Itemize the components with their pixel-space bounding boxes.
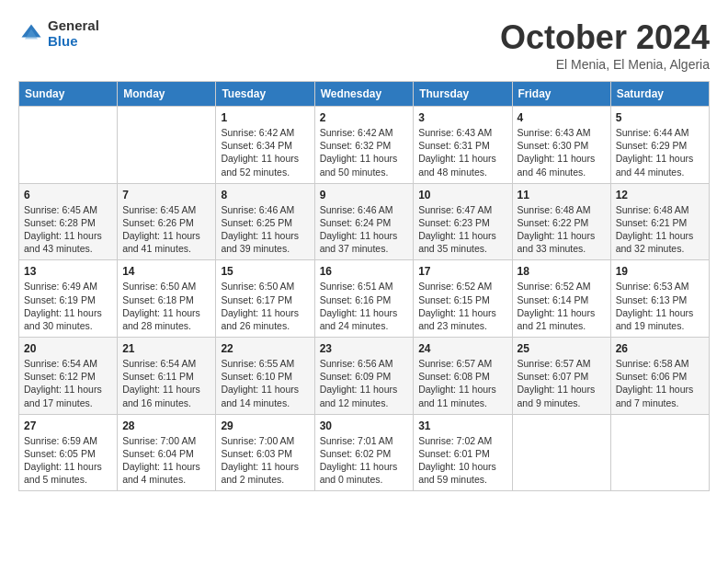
day-info: Sunrise: 6:50 AMSunset: 6:17 PMDaylight:… — [221, 280, 309, 332]
day-number: 11 — [518, 189, 606, 201]
day-info: Sunrise: 6:57 AMSunset: 6:07 PMDaylight:… — [518, 357, 606, 409]
calendar-cell: 2Sunrise: 6:42 AMSunset: 6:32 PMDaylight… — [314, 107, 414, 184]
calendar-cell: 22Sunrise: 6:55 AMSunset: 6:10 PMDayligh… — [216, 338, 314, 415]
weekday-header: Friday — [512, 82, 610, 107]
calendar-cell: 28Sunrise: 7:00 AMSunset: 6:04 PMDayligh… — [118, 414, 216, 491]
calendar-cell: 4Sunrise: 6:43 AMSunset: 6:30 PMDaylight… — [512, 107, 610, 184]
day-info: Sunrise: 6:48 AMSunset: 6:21 PMDaylight:… — [616, 203, 704, 256]
calendar-cell: 6Sunrise: 6:45 AMSunset: 6:28 PMDaylight… — [19, 183, 118, 260]
calendar-cell: 27Sunrise: 6:59 AMSunset: 6:05 PMDayligh… — [19, 414, 118, 491]
day-number: 21 — [122, 342, 210, 355]
day-info: Sunrise: 6:46 AMSunset: 6:25 PMDaylight:… — [221, 203, 309, 256]
day-number: 13 — [24, 265, 112, 278]
calendar-cell: 8Sunrise: 6:46 AMSunset: 6:25 PMDaylight… — [216, 183, 314, 260]
logo-text: General Blue — [48, 18, 99, 49]
calendar-week-row: 20Sunrise: 6:54 AMSunset: 6:12 PMDayligh… — [19, 338, 710, 415]
calendar-cell: 19Sunrise: 6:53 AMSunset: 6:13 PMDayligh… — [610, 260, 709, 338]
logo-icon — [18, 21, 44, 47]
day-number: 1 — [221, 111, 309, 124]
day-info: Sunrise: 6:43 AMSunset: 6:31 PMDaylight:… — [418, 126, 506, 178]
day-number: 17 — [418, 265, 506, 278]
day-info: Sunrise: 7:00 AMSunset: 6:03 PMDaylight:… — [221, 434, 309, 487]
calendar-cell — [118, 107, 216, 184]
calendar-week-row: 27Sunrise: 6:59 AMSunset: 6:05 PMDayligh… — [19, 414, 710, 491]
day-info: Sunrise: 6:42 AMSunset: 6:34 PMDaylight:… — [221, 126, 309, 178]
page-header: General Blue October 2024 El Menia, El M… — [18, 18, 710, 72]
calendar-cell: 13Sunrise: 6:49 AMSunset: 6:19 PMDayligh… — [19, 260, 118, 338]
calendar-cell: 23Sunrise: 6:56 AMSunset: 6:09 PMDayligh… — [314, 338, 414, 415]
day-info: Sunrise: 6:45 AMSunset: 6:26 PMDaylight:… — [122, 203, 210, 256]
day-info: Sunrise: 6:53 AMSunset: 6:13 PMDaylight:… — [616, 280, 704, 332]
weekday-header: Saturday — [610, 82, 709, 107]
calendar-cell: 16Sunrise: 6:51 AMSunset: 6:16 PMDayligh… — [314, 260, 414, 338]
day-number: 28 — [122, 419, 210, 432]
day-info: Sunrise: 6:48 AMSunset: 6:22 PMDaylight:… — [518, 203, 606, 256]
day-info: Sunrise: 6:47 AMSunset: 6:23 PMDaylight:… — [418, 203, 506, 256]
calendar-cell: 3Sunrise: 6:43 AMSunset: 6:31 PMDaylight… — [414, 107, 512, 184]
day-number: 19 — [616, 265, 704, 278]
day-info: Sunrise: 6:51 AMSunset: 6:16 PMDaylight:… — [320, 280, 409, 332]
calendar-cell: 25Sunrise: 6:57 AMSunset: 6:07 PMDayligh… — [512, 338, 610, 415]
calendar-cell: 11Sunrise: 6:48 AMSunset: 6:22 PMDayligh… — [512, 183, 610, 260]
logo: General Blue — [18, 18, 99, 49]
day-number: 5 — [616, 111, 704, 124]
calendar-table: SundayMondayTuesdayWednesdayThursdayFrid… — [18, 81, 710, 491]
day-info: Sunrise: 6:59 AMSunset: 6:05 PMDaylight:… — [24, 434, 112, 487]
day-number: 4 — [518, 111, 606, 124]
calendar-cell: 12Sunrise: 6:48 AMSunset: 6:21 PMDayligh… — [610, 183, 709, 260]
day-info: Sunrise: 6:49 AMSunset: 6:19 PMDaylight:… — [24, 280, 112, 332]
weekday-header: Monday — [118, 82, 216, 107]
calendar-cell: 20Sunrise: 6:54 AMSunset: 6:12 PMDayligh… — [19, 338, 118, 415]
calendar-cell: 18Sunrise: 6:52 AMSunset: 6:14 PMDayligh… — [512, 260, 610, 338]
weekday-header: Thursday — [414, 82, 512, 107]
day-number: 6 — [24, 189, 112, 201]
calendar-cell: 15Sunrise: 6:50 AMSunset: 6:17 PMDayligh… — [216, 260, 314, 338]
calendar-cell: 29Sunrise: 7:00 AMSunset: 6:03 PMDayligh… — [216, 414, 314, 491]
day-number: 3 — [418, 111, 506, 124]
location-label: El Menia, El Menia, Algeria — [500, 57, 710, 72]
title-block: October 2024 El Menia, El Menia, Algeria — [500, 18, 710, 72]
calendar-week-row: 6Sunrise: 6:45 AMSunset: 6:28 PMDaylight… — [19, 183, 710, 260]
calendar-cell: 17Sunrise: 6:52 AMSunset: 6:15 PMDayligh… — [414, 260, 512, 338]
calendar-cell: 7Sunrise: 6:45 AMSunset: 6:26 PMDaylight… — [118, 183, 216, 260]
day-number: 10 — [418, 189, 506, 201]
day-info: Sunrise: 6:55 AMSunset: 6:10 PMDaylight:… — [221, 357, 309, 409]
day-number: 30 — [320, 419, 409, 432]
weekday-header: Wednesday — [314, 82, 414, 107]
day-info: Sunrise: 6:54 AMSunset: 6:12 PMDaylight:… — [24, 357, 112, 409]
calendar-cell: 30Sunrise: 7:01 AMSunset: 6:02 PMDayligh… — [314, 414, 414, 491]
day-info: Sunrise: 7:00 AMSunset: 6:04 PMDaylight:… — [122, 434, 210, 487]
calendar-cell — [512, 414, 610, 491]
logo-blue-label: Blue — [48, 34, 99, 50]
day-number: 7 — [122, 189, 210, 201]
day-info: Sunrise: 7:02 AMSunset: 6:01 PMDaylight:… — [418, 434, 506, 487]
calendar-cell: 31Sunrise: 7:02 AMSunset: 6:01 PMDayligh… — [414, 414, 512, 491]
month-title: October 2024 — [500, 18, 710, 57]
day-number: 8 — [221, 189, 309, 201]
calendar-cell: 9Sunrise: 6:46 AMSunset: 6:24 PMDaylight… — [314, 183, 414, 260]
day-number: 27 — [24, 419, 112, 432]
day-info: Sunrise: 6:57 AMSunset: 6:08 PMDaylight:… — [418, 357, 506, 409]
calendar-cell: 24Sunrise: 6:57 AMSunset: 6:08 PMDayligh… — [414, 338, 512, 415]
day-info: Sunrise: 7:01 AMSunset: 6:02 PMDaylight:… — [320, 434, 409, 487]
day-info: Sunrise: 6:50 AMSunset: 6:18 PMDaylight:… — [122, 280, 210, 332]
day-info: Sunrise: 6:46 AMSunset: 6:24 PMDaylight:… — [320, 203, 409, 256]
day-number: 18 — [518, 265, 606, 278]
day-number: 16 — [320, 265, 409, 278]
calendar-cell: 26Sunrise: 6:58 AMSunset: 6:06 PMDayligh… — [610, 338, 709, 415]
day-number: 20 — [24, 342, 112, 355]
weekday-header: Tuesday — [216, 82, 314, 107]
logo-general-label: General — [48, 18, 99, 34]
calendar-cell — [610, 414, 709, 491]
day-number: 12 — [616, 189, 704, 201]
day-info: Sunrise: 6:54 AMSunset: 6:11 PMDaylight:… — [122, 357, 210, 409]
calendar-week-row: 1Sunrise: 6:42 AMSunset: 6:34 PMDaylight… — [19, 107, 710, 184]
day-number: 14 — [122, 265, 210, 278]
weekday-header: Sunday — [19, 82, 118, 107]
calendar-cell: 14Sunrise: 6:50 AMSunset: 6:18 PMDayligh… — [118, 260, 216, 338]
day-info: Sunrise: 6:52 AMSunset: 6:15 PMDaylight:… — [418, 280, 506, 332]
day-number: 29 — [221, 419, 309, 432]
day-info: Sunrise: 6:42 AMSunset: 6:32 PMDaylight:… — [320, 126, 409, 178]
day-info: Sunrise: 6:43 AMSunset: 6:30 PMDaylight:… — [518, 126, 606, 178]
day-number: 23 — [320, 342, 409, 355]
